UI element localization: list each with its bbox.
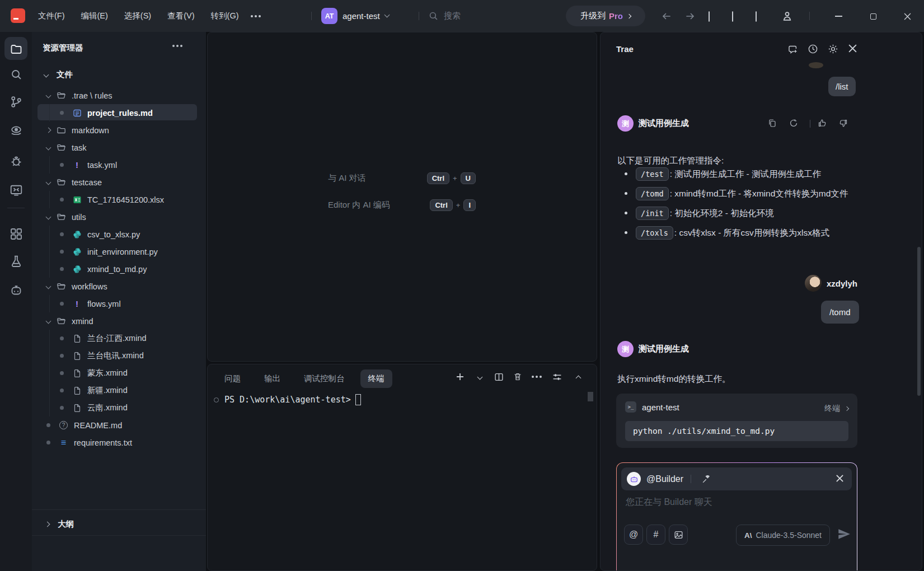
tree-item[interactable]: ≡requirements.txt bbox=[32, 434, 206, 451]
image-attach-button[interactable] bbox=[669, 525, 688, 545]
tree-item-label: workflows bbox=[72, 282, 107, 291]
tree-item[interactable]: testcase bbox=[32, 174, 206, 191]
modified-dot-icon bbox=[60, 232, 64, 236]
agent-robot-icon[interactable] bbox=[10, 283, 23, 297]
folder-open-icon bbox=[57, 282, 66, 291]
terminal-action-card[interactable]: >_ agent-test 终端 python ./utils/xmind_to… bbox=[616, 394, 857, 448]
outline-section-header[interactable]: 大纲 bbox=[32, 514, 206, 534]
menu-item[interactable]: 编辑(E) bbox=[81, 11, 108, 21]
mention-button[interactable]: @ bbox=[624, 525, 643, 545]
yml-icon: ! bbox=[72, 160, 82, 170]
new-chat-icon[interactable] bbox=[787, 44, 798, 54]
settings-gear-icon[interactable] bbox=[828, 44, 838, 54]
topic-button[interactable]: # bbox=[646, 525, 665, 545]
tree-item[interactable]: xmind bbox=[32, 312, 206, 330]
tree-item[interactable]: csv_to_xlsx.py bbox=[32, 226, 206, 243]
hammer-tools-icon[interactable] bbox=[702, 474, 711, 484]
copy-icon[interactable] bbox=[768, 119, 777, 128]
tree-item[interactable]: !flows.yml bbox=[32, 295, 206, 312]
key-ctrl: Ctrl bbox=[427, 172, 449, 184]
tree-item[interactable]: .trae \ rules bbox=[32, 87, 206, 104]
window-maximize-button[interactable] bbox=[867, 10, 879, 22]
close-icon[interactable] bbox=[836, 474, 845, 483]
scrollbar-thumb[interactable] bbox=[917, 247, 921, 396]
model-selector[interactable]: A\ Claude-3.5-Sonnet bbox=[736, 525, 830, 546]
nav-back-button[interactable] bbox=[660, 10, 673, 22]
panel-tab[interactable]: 终端 bbox=[360, 369, 392, 388]
window-close-button[interactable] bbox=[901, 10, 913, 22]
tree-item[interactable]: TC_1716451200.xlsx bbox=[32, 191, 206, 208]
extensions-icon[interactable] bbox=[10, 227, 23, 241]
new-terminal-icon[interactable] bbox=[455, 372, 465, 382]
project-switcher[interactable]: AT agent-test bbox=[321, 0, 389, 32]
source-control-icon[interactable] bbox=[10, 95, 23, 109]
app-logo-icon[interactable] bbox=[11, 8, 25, 23]
tree-item[interactable]: utils bbox=[32, 208, 206, 226]
tree-item[interactable]: 兰台-江西.xmind bbox=[32, 330, 206, 347]
tree-item[interactable]: task bbox=[32, 139, 206, 156]
debug-icon[interactable] bbox=[10, 155, 23, 168]
tree-item[interactable]: workflows bbox=[32, 278, 206, 295]
tree-item[interactable]: ?README.md bbox=[32, 416, 206, 434]
upgrade-pro-button[interactable]: 升级到 Pro bbox=[566, 6, 645, 26]
window-minimize-button[interactable] bbox=[832, 10, 845, 22]
kill-terminal-icon[interactable] bbox=[513, 372, 523, 382]
tree-item-label: flows.yml bbox=[87, 299, 121, 308]
menu-item[interactable]: 转到(G) bbox=[211, 11, 239, 21]
terminal-dropdown-icon[interactable] bbox=[475, 372, 485, 382]
toggle-bottom-panel-icon[interactable] bbox=[732, 12, 733, 22]
tree-item[interactable]: markdown bbox=[32, 121, 206, 139]
command-list: /test: 测试用例生成工作 - 测试用例生成工作/tomd: xmind转m… bbox=[617, 164, 862, 242]
tree-item[interactable]: 蒙东.xmind bbox=[32, 364, 206, 382]
toggle-right-panel-icon[interactable] bbox=[756, 12, 757, 22]
menu-item[interactable]: 文件(F) bbox=[38, 11, 65, 21]
account-icon[interactable] bbox=[781, 10, 793, 22]
nav-forward-button[interactable] bbox=[684, 10, 696, 22]
maximize-panel-icon[interactable] bbox=[573, 372, 583, 382]
menu-item[interactable]: 查看(V) bbox=[167, 11, 194, 21]
filter-settings-icon[interactable] bbox=[552, 372, 562, 382]
more-menus-icon[interactable] bbox=[255, 12, 257, 21]
tree-item[interactable]: xmind_to_md.py bbox=[32, 260, 206, 278]
terminal-command: python ./utils/xmind_to_md.py bbox=[625, 421, 848, 441]
history-icon[interactable] bbox=[808, 44, 818, 54]
tree-item[interactable]: init_environment.py bbox=[32, 243, 206, 260]
user-avatar bbox=[805, 275, 822, 292]
regenerate-icon[interactable] bbox=[789, 119, 799, 128]
thumbs-down-icon[interactable] bbox=[839, 119, 848, 128]
split-terminal-icon[interactable] bbox=[494, 372, 504, 382]
explorer-icon[interactable] bbox=[10, 43, 23, 56]
panel-tab[interactable]: 输出 bbox=[256, 369, 288, 388]
send-icon[interactable] bbox=[837, 527, 851, 541]
more-actions-icon[interactable] bbox=[532, 372, 542, 382]
toggle-left-panel-icon[interactable] bbox=[709, 12, 710, 22]
editor-area[interactable]: 与 AI 对话 Ctrl + U Editor 内 AI 编码 Ctrl + I bbox=[207, 32, 597, 362]
chat-input-card[interactable]: @Builder 您正在与 Builder 聊天 @ # A\ Claude-3… bbox=[616, 462, 857, 571]
tree-item[interactable]: 兰台电讯.xmind bbox=[32, 347, 206, 364]
tree-item[interactable]: project_rules.md bbox=[32, 104, 206, 121]
tree-item-label: 云南.xmind bbox=[87, 402, 128, 413]
tree-item[interactable]: !task.yml bbox=[32, 156, 206, 174]
open-terminal-link[interactable]: 终端 bbox=[824, 404, 848, 414]
thumbs-up-icon[interactable] bbox=[818, 119, 827, 128]
panel-tab[interactable]: 调试控制台 bbox=[296, 369, 353, 388]
menu-item[interactable]: 选择(S) bbox=[124, 11, 151, 21]
terminal-prompt[interactable]: PS D:\work\ai\agent-test> bbox=[214, 394, 361, 405]
preview-eye-icon[interactable] bbox=[10, 124, 23, 137]
tree-item[interactable]: 云南.xmind bbox=[32, 399, 206, 416]
tree-item[interactable]: 新疆.xmind bbox=[32, 382, 206, 399]
more-actions-icon[interactable] bbox=[176, 45, 179, 47]
panel-tab[interactable]: 问题 bbox=[217, 369, 248, 388]
key-i: I bbox=[463, 199, 476, 211]
search-icon[interactable] bbox=[10, 68, 23, 81]
test-lab-icon[interactable] bbox=[10, 255, 23, 268]
chat-input-placeholder[interactable]: 您正在与 Builder 聊天 bbox=[626, 497, 712, 508]
scrollbar-thumb[interactable] bbox=[588, 392, 593, 401]
command-chip: /tomd bbox=[636, 187, 669, 200]
tree-item-label: utils bbox=[72, 213, 86, 222]
files-section-header[interactable]: 文件 bbox=[32, 67, 206, 82]
terminal-panel-icon[interactable] bbox=[10, 184, 23, 197]
close-panel-icon[interactable] bbox=[848, 44, 859, 54]
py-icon bbox=[72, 264, 82, 274]
global-search[interactable]: 搜索 bbox=[429, 0, 461, 32]
